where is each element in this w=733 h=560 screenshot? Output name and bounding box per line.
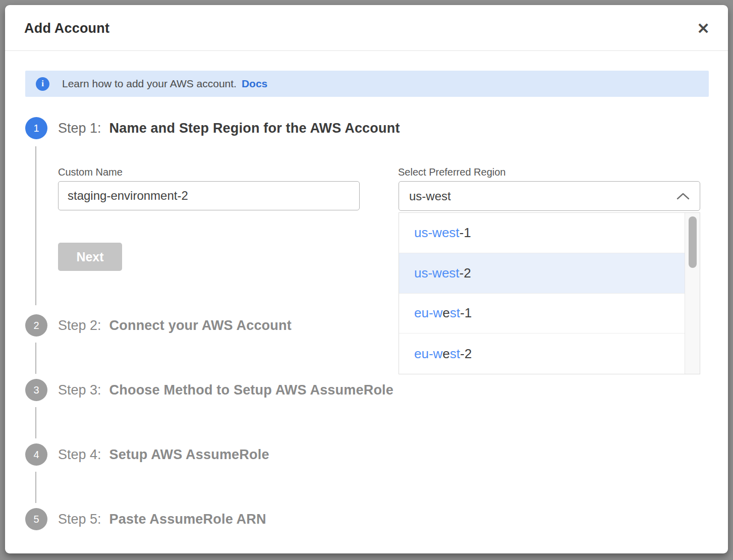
step-1-title: Name and Step Region for the AWS Account (109, 121, 400, 136)
step-connector (35, 343, 36, 374)
step-4-label: Step 4: (58, 447, 101, 463)
step-2-title: Connect your AWS Account (109, 318, 292, 333)
region-label: Select Preferred Region (398, 166, 505, 178)
step-5-label: Step 5: (58, 512, 101, 527)
close-icon[interactable]: ✕ (692, 17, 714, 39)
scrollbar-thumb[interactable] (689, 216, 697, 268)
banner-text: Learn how to add your AWS account. (62, 78, 237, 90)
step-2-label: Step 2: (58, 318, 101, 333)
step-connector (35, 472, 36, 503)
step-1-circle: 1 (25, 117, 47, 139)
step-1-label: Step 1: (58, 121, 101, 136)
step-5-circle: 5 (25, 508, 47, 530)
step-3-label: Step 3: (58, 382, 101, 398)
step-4-heading: Step 4: Setup AWS AssumeRole (58, 443, 269, 466)
step-4-circle: 4 (25, 443, 47, 466)
step-3-heading: Step 3: Choose Method to Setup AWS Assum… (58, 379, 393, 401)
step-2-circle: 2 (25, 314, 47, 337)
docs-link[interactable]: Docs (242, 78, 267, 90)
region-dropdown: us-west-1 us-west-2 eu-west-1 eu-west-2 (399, 212, 700, 374)
step-3-circle: 3 (25, 379, 47, 401)
custom-name-input[interactable] (58, 181, 360, 210)
next-button[interactable]: Next (58, 243, 122, 271)
region-option-eu-west-1[interactable]: eu-west-1 (399, 294, 685, 334)
step-5-heading: Step 5: Paste AssumeRole ARN (58, 508, 266, 530)
step-5-title: Paste AssumeRole ARN (109, 512, 266, 527)
step-3-title: Choose Method to Setup AWS AssumeRole (109, 382, 393, 398)
region-select-value: us-west (409, 189, 676, 203)
info-icon: i (36, 77, 49, 91)
dropdown-scrollbar[interactable] (685, 213, 700, 374)
add-account-modal: Add Account ✕ i Learn how to add your AW… (5, 5, 728, 553)
step-1-heading: Step 1: Name and Step Region for the AWS… (58, 117, 400, 139)
header-divider (5, 50, 728, 51)
region-option-eu-west-2[interactable]: eu-west-2 (399, 333, 685, 374)
step-connector (35, 407, 36, 438)
region-select[interactable]: us-west (399, 181, 700, 211)
step-connector (35, 146, 36, 305)
region-option-us-west-2[interactable]: us-west-2 (399, 253, 685, 294)
custom-name-label: Custom Name (58, 166, 123, 178)
docs-info-banner: i Learn how to add your AWS account. Doc… (25, 71, 709, 97)
region-option-list: us-west-1 us-west-2 eu-west-1 eu-west-2 (399, 213, 685, 374)
chevron-up-icon (676, 192, 690, 200)
region-option-us-west-1[interactable]: us-west-1 (399, 213, 685, 253)
step-2-heading: Step 2: Connect your AWS Account (58, 314, 292, 337)
step-4-title: Setup AWS AssumeRole (109, 447, 269, 463)
modal-title: Add Account (24, 21, 109, 36)
